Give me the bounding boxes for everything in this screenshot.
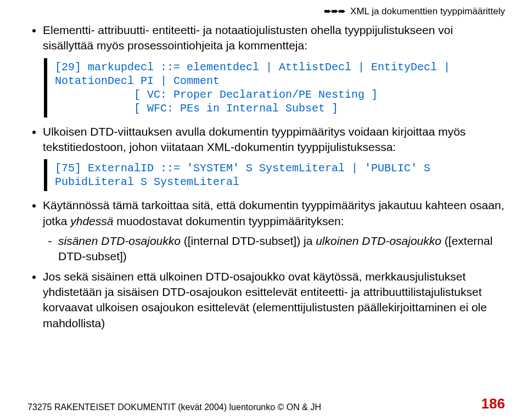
text-part: muodostavat dokumentin tyyppimäärityksen… [113, 215, 344, 227]
code-block-2: [75] ExternalID ::= 'SYSTEM' S SystemLit… [44, 159, 505, 191]
bullet-item: Käytännössä tämä tarkoittaa sitä, että d… [43, 198, 505, 264]
breadcrumb-header: ➨➨➨ XML ja dokumenttien tyyppimäärittely [27, 5, 505, 17]
page-footer: 73275 RAKENTEISET DOKUMENTIT (kevät 2004… [27, 395, 505, 412]
code-line: [29] markupdecl ::= elementdecl | Attlis… [55, 61, 457, 87]
bullet-list-1: Elementti- attribuutti- entiteetti- ja n… [27, 23, 505, 54]
arrow-icon: ➨➨➨ [324, 6, 345, 16]
bullet-item: Ulkoisen DTD-viittauksen avulla dokument… [43, 124, 505, 155]
bullet-item: Jos sekä sisäinen että ulkoinen DTD-osaj… [43, 269, 505, 331]
code-line: [ WFC: PEs in Internal Subset ] [134, 102, 338, 115]
italic-text: yhdessä [70, 215, 113, 227]
code-line: [ VC: Proper Declaration/PE Nesting ] [134, 88, 378, 101]
header-text: XML ja dokumenttien tyyppimäärittely [350, 6, 505, 16]
text-part: ([internal DTD-subset]) ja [181, 234, 316, 247]
bullet-list-2: Ulkoisen DTD-viittauksen avulla dokument… [27, 124, 505, 155]
page-number: 186 [481, 395, 505, 412]
sub-list: sisänen DTD-osajoukko ([internal DTD-sub… [43, 233, 505, 265]
bullet-item: Elementti- attribuutti- entiteetti- ja n… [43, 23, 505, 54]
footer-left-text: 73275 RAKENTEISET DOKUMENTIT (kevät 2004… [27, 402, 321, 412]
italic-text: sisänen DTD-osajoukko [58, 234, 181, 247]
code-line: [75] ExternalID ::= 'SYSTEM' S SystemLit… [55, 162, 437, 188]
sub-item: sisänen DTD-osajoukko ([internal DTD-sub… [58, 233, 505, 265]
code-block-1: [29] markupdecl ::= elementdecl | Attlis… [44, 58, 505, 117]
italic-text: ulkoinen DTD-osajoukko [316, 234, 441, 247]
bullet-list-3: Käytännössä tämä tarkoittaa sitä, että d… [27, 198, 505, 264]
page: ➨➨➨ XML ja dokumenttien tyyppimäärittely… [0, 0, 527, 420]
bullet-list-4: Jos sekä sisäinen että ulkoinen DTD-osaj… [27, 269, 505, 331]
